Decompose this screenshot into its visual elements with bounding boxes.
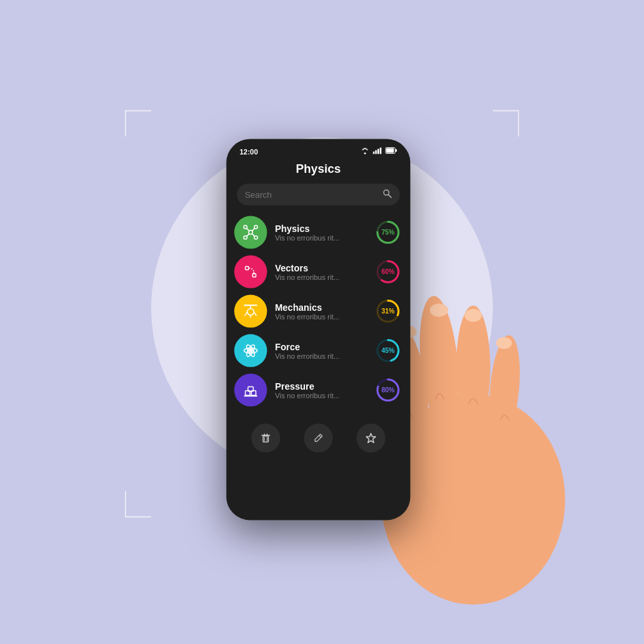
course-icon-physics xyxy=(234,216,267,249)
course-icon-vectors xyxy=(234,256,267,288)
search-input[interactable] xyxy=(244,190,377,200)
progress-ring-mechanics: 31% xyxy=(373,297,402,326)
svg-point-23 xyxy=(244,236,247,239)
svg-line-19 xyxy=(388,195,392,198)
corner-tr xyxy=(493,110,519,137)
course-name-pressure: Pressure xyxy=(275,381,365,392)
course-subtitle-pressure: Vis no erroribus rit... xyxy=(275,392,365,400)
corner-tl xyxy=(125,110,151,137)
svg-point-22 xyxy=(254,225,258,229)
course-icon-force xyxy=(234,334,267,367)
course-icon-pressure xyxy=(234,374,267,407)
course-item-force[interactable]: Force Vis no erroribus rit... 45% xyxy=(234,334,402,367)
search-bar[interactable] xyxy=(237,184,400,206)
svg-point-9 xyxy=(465,309,482,322)
course-item-physics[interactable]: Physics Vis no erroribus rit... 75% xyxy=(234,216,402,249)
svg-point-24 xyxy=(254,236,258,239)
edit-button[interactable] xyxy=(304,424,333,453)
progress-label-vectors: 60% xyxy=(381,268,394,275)
svg-point-8 xyxy=(430,304,448,317)
svg-line-26 xyxy=(252,229,255,231)
status-icons xyxy=(360,147,397,156)
svg-rect-16 xyxy=(386,149,394,153)
svg-line-28 xyxy=(252,234,255,237)
progress-label-mechanics: 31% xyxy=(381,308,394,315)
progress-ring-pressure: 80% xyxy=(373,376,402,405)
svg-rect-32 xyxy=(252,274,256,277)
course-icon-mechanics xyxy=(234,295,267,328)
svg-rect-13 xyxy=(377,149,379,154)
battery-icon xyxy=(385,147,397,156)
course-subtitle-physics: Vis no erroribus rit... xyxy=(275,234,365,242)
course-item-pressure[interactable]: Pressure Vis no erroribus rit... 80% xyxy=(234,374,402,407)
phone: 12:00 xyxy=(226,139,410,520)
search-icon xyxy=(382,189,392,200)
course-subtitle-mechanics: Vis no erroribus rit... xyxy=(275,313,365,321)
progress-ring-vectors: 60% xyxy=(373,258,402,287)
svg-point-44 xyxy=(249,349,252,352)
progress-label-pressure: 80% xyxy=(381,386,394,394)
svg-point-36 xyxy=(247,309,254,315)
course-name-force: Force xyxy=(275,342,365,352)
progress-label-force: 45% xyxy=(381,347,394,354)
course-info-physics: Physics Vis no erroribus rit... xyxy=(275,223,365,242)
bottom-toolbar xyxy=(226,413,410,466)
course-info-mechanics: Mechanics Vis no erroribus rit... xyxy=(275,302,365,321)
course-info-force: Force Vis no erroribus rit... xyxy=(275,342,365,360)
course-list: Physics Vis no erroribus rit... 75% Vect… xyxy=(226,216,410,407)
svg-line-40 xyxy=(254,312,256,316)
status-bar: 12:00 xyxy=(226,139,410,160)
svg-line-27 xyxy=(246,234,249,237)
corner-bl xyxy=(125,492,151,518)
progress-label-physics: 75% xyxy=(381,229,394,236)
course-subtitle-force: Vis no erroribus rit... xyxy=(275,352,365,360)
course-subtitle-vectors: Vis no erroribus rit... xyxy=(275,273,365,281)
wifi-icon xyxy=(360,147,369,156)
course-info-vectors: Vectors Vis no erroribus rit... xyxy=(275,263,365,281)
phone-wrapper: 12:00 xyxy=(226,139,410,520)
course-name-vectors: Vectors xyxy=(275,263,365,273)
course-info-pressure: Pressure Vis no erroribus rit... xyxy=(275,381,365,400)
app-title: Physics xyxy=(226,160,410,184)
progress-ring-physics: 75% xyxy=(373,218,402,247)
svg-marker-63 xyxy=(366,434,375,443)
course-item-vectors[interactable]: Vectors Vis no erroribus rit... 60% xyxy=(234,256,402,288)
star-button[interactable] xyxy=(356,424,385,453)
svg-line-39 xyxy=(244,312,247,316)
svg-rect-17 xyxy=(396,149,397,152)
svg-point-10 xyxy=(496,337,512,349)
svg-line-25 xyxy=(246,229,249,231)
svg-rect-56 xyxy=(263,436,268,442)
svg-point-20 xyxy=(248,231,252,235)
svg-rect-12 xyxy=(375,150,377,154)
delete-button[interactable] xyxy=(251,424,280,453)
svg-rect-31 xyxy=(245,267,248,270)
signal-icon xyxy=(373,147,382,156)
status-time: 12:00 xyxy=(239,147,258,155)
progress-ring-force: 45% xyxy=(373,336,402,365)
course-name-mechanics: Mechanics xyxy=(275,302,365,313)
svg-rect-6 xyxy=(394,421,552,565)
course-name-physics: Physics xyxy=(275,223,365,234)
course-item-mechanics[interactable]: Mechanics Vis no erroribus rit... 31% xyxy=(234,295,402,328)
svg-point-3 xyxy=(456,306,490,430)
svg-rect-11 xyxy=(373,152,375,154)
svg-rect-14 xyxy=(380,148,382,154)
svg-line-62 xyxy=(319,436,321,438)
svg-point-21 xyxy=(244,225,247,229)
